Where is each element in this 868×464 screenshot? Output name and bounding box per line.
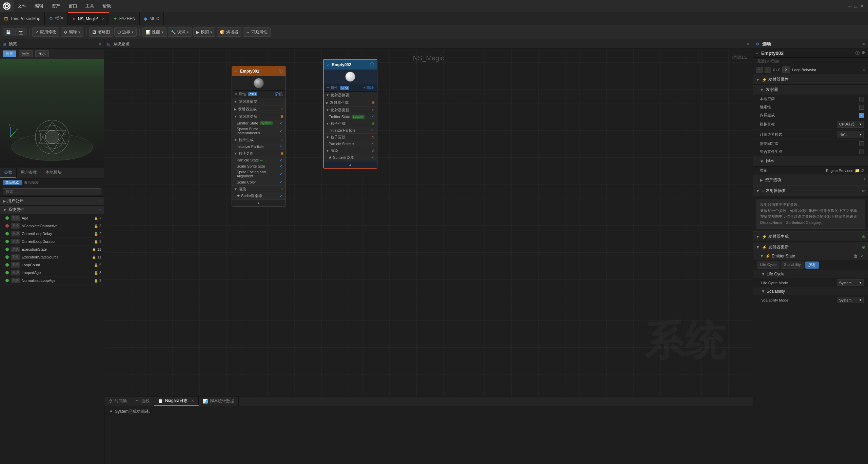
emitter2-spawn-add-btn[interactable]: ⊕: [372, 100, 375, 105]
emitter2-render-add-btn[interactable]: ⊕: [372, 149, 375, 153]
summary-edit-icon[interactable]: ✏: [862, 189, 865, 193]
emitter1-summary-header[interactable]: ▼ 发射器摘要: [232, 98, 285, 105]
nav-filter-icon[interactable]: ≡: [863, 67, 865, 72]
lifecycle-mode-dropdown[interactable]: System ▾: [837, 279, 864, 286]
preview-close-btn[interactable]: ✕: [98, 42, 101, 46]
log-tab-close[interactable]: ✕: [191, 399, 194, 403]
compile-btn[interactable]: ⚙ 编译 ▾: [61, 27, 83, 37]
emitter1-spawn-add-btn[interactable]: ⊕: [280, 107, 283, 111]
minimize-btn[interactable]: ─: [848, 3, 851, 9]
thumbnail-btn[interactable]: 🖼 缩略图: [89, 27, 113, 37]
save-btn[interactable]: 💾: [3, 28, 14, 36]
user-public-add-btn[interactable]: +: [99, 199, 101, 204]
scalability-mode-dropdown[interactable]: System ▾: [837, 297, 864, 303]
update-add-icon[interactable]: ⊕: [862, 245, 865, 250]
nav-x-btn[interactable]: ✕: [782, 66, 790, 73]
right-emitter-update-header[interactable]: ▼ ⚡ 发射器更新 ⊕: [753, 242, 868, 252]
emitter2-particle-update-add-btn[interactable]: ⊕: [372, 135, 375, 139]
filter-scalability-btn[interactable]: Scalability: [781, 262, 804, 269]
debug-btn[interactable]: 🔧 调试 ▾: [168, 27, 192, 37]
lighting-btn[interactable]: 光照: [19, 50, 33, 57]
nav-prev-btn[interactable]: ↑: [756, 67, 763, 73]
asset-options-header[interactable]: ▶ 资产选项 *: [753, 175, 868, 185]
combined-event-checkbox[interactable]: [859, 150, 864, 154]
sim-target-dropdown[interactable]: CPU模式 ▾: [837, 121, 864, 128]
tab-user-params[interactable]: 用户参数: [17, 168, 41, 178]
tab-params[interactable]: 参数: [0, 168, 17, 178]
search-input[interactable]: [3, 188, 101, 195]
tab-mi-c[interactable]: ◆ MI_C: [140, 12, 164, 25]
emitter1-particle-spawn-add-btn[interactable]: ⊕: [280, 138, 283, 142]
menu-tools[interactable]: 工具: [81, 0, 98, 12]
right-emitter-spawn-header[interactable]: ▼ ⚡ 发射器生成 ⊕: [753, 232, 868, 242]
emitter2-particle-spawn-header[interactable]: ▼ 粒子生成 ⊕: [324, 120, 377, 127]
maximize-btn[interactable]: □: [854, 3, 857, 9]
emitter-state-check-btn[interactable]: ✓: [861, 254, 864, 258]
lifecycle-header[interactable]: ▼ Life Cycle: [753, 270, 868, 278]
simulate-btn[interactable]: ▶ 模拟 ▾: [193, 27, 215, 37]
emitter2-summary-header[interactable]: ▼ 发射器摘要: [324, 92, 377, 99]
emitter1-render-add-btn[interactable]: ⊕: [280, 187, 283, 191]
scalability-header[interactable]: ▼ Scalability: [753, 288, 868, 295]
emitter2-particle-update-header[interactable]: ▼ 粒子更新 ⊕: [324, 134, 377, 141]
emitter2-info-btn[interactable]: ⓘ: [370, 62, 374, 67]
right-emitter-summary-header[interactable]: ▼ ≡ 发射器摘要 ✏: [753, 186, 868, 196]
emitter1-update-header[interactable]: ▼ 发射器更新 ⊕: [232, 113, 285, 120]
emitter1-update-add-btn[interactable]: ⊕: [280, 114, 283, 119]
tab-timeline[interactable]: ⏱ 时间轴: [104, 397, 131, 406]
right-panel-close-btn[interactable]: ✕: [862, 42, 865, 46]
emitter1-particle-update-add-btn[interactable]: ⊕: [280, 151, 283, 156]
active-overview-btn[interactable]: 激活概览: [3, 180, 22, 185]
filter-all-btn[interactable]: 所有: [805, 262, 819, 269]
overview-close-btn[interactable]: ✕: [747, 42, 750, 46]
system-props-section[interactable]: ▼ 系统属性 +: [0, 206, 104, 214]
tab-niagara-log[interactable]: 📋 Niagara日志 ✕: [154, 397, 199, 406]
emitter-attributes-header[interactable]: ▼ ⚡ 发射器属性: [753, 75, 868, 85]
border-btn[interactable]: ⬡ 边界 ▾: [114, 27, 137, 37]
perspective-btn[interactable]: 透视: [3, 50, 16, 57]
emitter2-spawn-header[interactable]: ▶ 发射器生成 ⊕: [324, 99, 377, 106]
emitter-state-delete-btn[interactable]: 🗑: [854, 254, 858, 258]
deterministic-checkbox[interactable]: [859, 105, 864, 110]
emitter1-particle-update-header[interactable]: ▼ 粒子更新 ⊕: [232, 150, 285, 157]
emitter-info-icon[interactable]: ⓘ: [855, 50, 860, 56]
fixed-id-checkbox[interactable]: [859, 141, 864, 146]
emitter2-add-stage-btn[interactable]: + 阶段: [363, 85, 374, 90]
emitter1-particle-spawn-header[interactable]: ▼ 粒子生成 ⊕: [232, 136, 285, 143]
canvas[interactable]: NS_Magic 缩放1:1 系统 ✓ Empty001 ⓘ ✏ 属性 CPU: [104, 49, 753, 396]
perf-btn[interactable]: 📊 性能 ▾: [142, 27, 166, 37]
emitter1-render-header[interactable]: ▼ 渲染 ⊕: [232, 186, 285, 193]
emitter2-render-header[interactable]: ▼ 渲染 ⊕: [324, 147, 377, 154]
menu-asset[interactable]: 资产: [47, 0, 64, 12]
tab-ns-magic[interactable]: ✦ NS_Magic* ✕: [68, 12, 109, 25]
menu-window[interactable]: 窗口: [64, 0, 81, 12]
close-btn[interactable]: ✕: [860, 3, 864, 9]
display-btn[interactable]: 显示: [35, 50, 49, 57]
tab-fazhen[interactable]: ✦ FAZHEN: [109, 12, 140, 25]
category-reset-icon[interactable]: ↺: [861, 168, 864, 173]
apply-btn[interactable]: ✓ 应用修改: [32, 27, 59, 37]
emitter1-collapse[interactable]: ▲: [232, 200, 285, 206]
emitter2-update-add-btn[interactable]: ⊕: [372, 108, 375, 112]
active-module-btn[interactable]: 激活模块: [24, 180, 39, 185]
tab-third-person-map[interactable]: ⊞ ThirdPersonMap: [0, 12, 45, 25]
menu-help[interactable]: 帮助: [98, 0, 115, 12]
extend-btn[interactable]: ↔ 可延展性: [243, 27, 271, 37]
bounds-calc-dropdown[interactable]: 动态 ▾: [837, 131, 864, 138]
menu-file[interactable]: 文件: [14, 0, 31, 12]
emitter-sub-header[interactable]: ▼ 发射器: [753, 85, 868, 95]
interp-spawn-checkbox[interactable]: ✓: [859, 113, 864, 118]
emitter-settings-icon[interactable]: ⚙: [862, 50, 865, 56]
tab-close-ns-magic[interactable]: ✕: [102, 17, 105, 21]
filter-lifecycle-btn[interactable]: Life Cycle: [757, 262, 780, 269]
emitter1-info-btn[interactable]: ⓘ: [279, 68, 283, 74]
spawn-add-icon[interactable]: ⊕: [862, 234, 865, 239]
tab-script-stats[interactable]: 📊 脚本统计数据: [199, 397, 239, 406]
bake-btn[interactable]: 🍞 烘培器: [217, 27, 241, 37]
menu-edit[interactable]: 编辑: [31, 0, 47, 12]
system-props-add-btn[interactable]: +: [99, 208, 101, 212]
emitter1-add-stage-btn[interactable]: + 阶段: [272, 92, 283, 97]
tab-local-modules[interactable]: 本地模块: [41, 168, 66, 178]
tab-curve[interactable]: 〜 曲线: [131, 397, 154, 406]
script-sub-header[interactable]: ▼ 脚本: [753, 156, 868, 167]
